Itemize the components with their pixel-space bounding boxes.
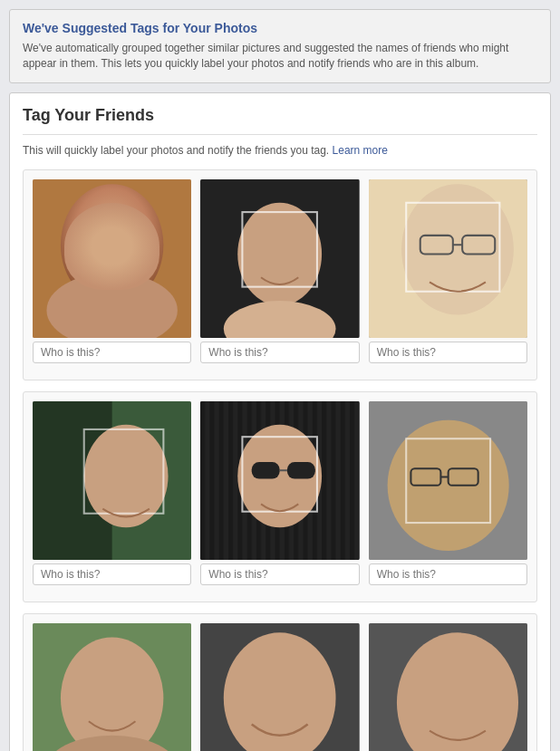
who-input-1-3[interactable] — [369, 342, 527, 363]
photo-grid-3 — [33, 623, 527, 751]
who-input-2-2[interactable] — [200, 563, 359, 585]
photo-item — [33, 623, 191, 751]
photo-group-2 — [23, 391, 537, 602]
photo-item — [33, 179, 191, 363]
learn-more-link[interactable]: Learn more — [333, 144, 388, 157]
who-input-1-1[interactable] — [33, 342, 191, 363]
svg-rect-22 — [252, 462, 280, 479]
photo-face-7 — [33, 623, 191, 751]
section-subtitle: This will quickly label your photos and … — [23, 144, 537, 157]
photo-face-1 — [33, 179, 191, 338]
photo-face-2 — [200, 179, 359, 338]
svg-point-4 — [238, 202, 323, 304]
svg-rect-23 — [287, 462, 315, 479]
photo-item — [33, 401, 191, 585]
main-card: Tag Your Friends This will quickly label… — [9, 92, 551, 751]
photo-face-8 — [200, 623, 359, 751]
section-title: Tag Your Friends — [23, 106, 537, 135]
photo-face-5 — [200, 401, 359, 560]
banner-title: We've Suggested Tags for Your Photos — [23, 21, 537, 35]
photo-grid-1 — [33, 179, 527, 363]
photo-face-3 — [369, 179, 527, 338]
photo-face-4 — [33, 401, 191, 560]
photo-item — [369, 179, 527, 363]
suggestion-banner: We've Suggested Tags for Your Photos We'… — [9, 9, 551, 83]
photo-face-9 — [369, 623, 527, 751]
photo-item — [369, 623, 527, 751]
photo-group-1 — [23, 169, 537, 380]
who-input-1-2[interactable] — [200, 342, 359, 363]
svg-point-15 — [84, 425, 169, 527]
photo-group-3: Francis Luu ✕ — [23, 613, 537, 751]
who-input-2-3[interactable] — [369, 563, 527, 585]
banner-description: We've automatically grouped together sim… — [23, 41, 537, 72]
photo-grid-2 — [33, 401, 527, 585]
photo-item — [200, 179, 359, 363]
photo-item — [200, 623, 359, 751]
photo-face-6 — [369, 401, 527, 560]
photo-item — [200, 401, 359, 585]
who-input-2-1[interactable] — [33, 563, 191, 585]
photo-item — [369, 401, 527, 585]
